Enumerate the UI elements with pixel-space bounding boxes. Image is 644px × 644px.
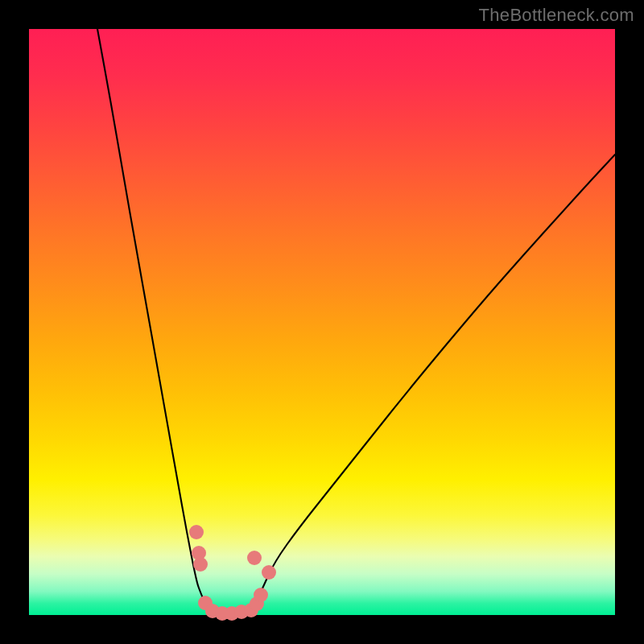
left-curve: [97, 29, 208, 609]
data-marker: [254, 588, 268, 602]
data-marker: [193, 557, 208, 572]
markers-group: [189, 525, 276, 621]
chart-svg: [29, 29, 615, 615]
watermark-text: TheBottleneck.com: [479, 5, 634, 26]
chart-container: TheBottleneck.com: [0, 0, 644, 644]
data-marker: [189, 525, 204, 539]
plot-area: [29, 29, 615, 615]
curves-group: [97, 29, 615, 613]
data-marker: [262, 565, 276, 580]
data-marker: [247, 551, 262, 565]
right-curve: [253, 155, 615, 609]
